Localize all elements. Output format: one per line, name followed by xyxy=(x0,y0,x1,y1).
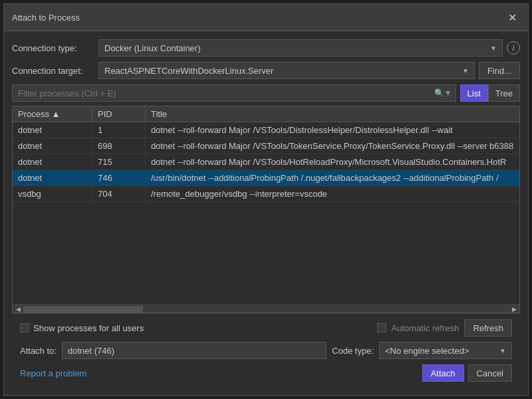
connection-type-label: Connection type: xyxy=(12,43,98,53)
report-problem-link[interactable]: Report a problem xyxy=(20,368,86,378)
auto-refresh-label: Automatic refresh xyxy=(392,323,460,333)
code-type-arrow-icon: ▼ xyxy=(499,347,506,354)
close-button[interactable]: ✕ xyxy=(504,9,520,25)
show-all-users-checkbox[interactable]: Show processes for all users xyxy=(20,323,144,333)
table-header: Process ▲ PID Title xyxy=(13,106,519,122)
auto-refresh-wrap: Automatic refresh Refresh xyxy=(377,319,512,336)
connection-target-dropdown[interactable]: ReactASPNETCoreWithDockerLinux.Server ▼ xyxy=(98,62,475,79)
code-type-value: <No engine selected> xyxy=(385,346,469,356)
filter-input-wrap: 🔍▼ xyxy=(12,84,456,102)
cell-title-3: /usr/bin/dotnet --additionalProbingPath … xyxy=(146,170,519,186)
connection-target-value: ReactASPNETCoreWithDockerLinux.Server xyxy=(104,66,273,76)
search-icon[interactable]: 🔍▼ xyxy=(432,88,455,98)
show-all-users-check-box[interactable] xyxy=(20,323,29,332)
table-row[interactable]: vsdbg 704 /remote_debugger/vsdbg --inter… xyxy=(13,186,519,202)
column-header-title[interactable]: Title xyxy=(146,106,519,122)
cell-pid-0: 1 xyxy=(92,122,146,138)
cell-process-4: vsdbg xyxy=(13,186,92,201)
table-row[interactable]: dotnet 746 /usr/bin/dotnet --additionalP… xyxy=(13,170,519,186)
column-header-pid[interactable]: PID xyxy=(92,106,146,122)
filter-input[interactable] xyxy=(12,84,456,102)
table-row[interactable]: dotnet 698 dotnet --roll-forward Major /… xyxy=(13,138,519,154)
connection-type-value: Docker (Linux Container) xyxy=(104,43,201,53)
bottom-row2: Attach to: Code type: <No engine selecte… xyxy=(20,342,512,359)
cell-title-2: dotnet --roll-forward Major /VSTools/Hot… xyxy=(146,154,519,170)
info-icon[interactable]: i xyxy=(507,41,520,55)
column-header-process[interactable]: Process ▲ xyxy=(13,106,92,122)
cell-title-1: dotnet --roll-forward Major /VSTools/Tok… xyxy=(146,138,519,154)
view-toggle: List Tree xyxy=(460,84,520,102)
cell-pid-2: 715 xyxy=(92,154,146,170)
cell-process-2: dotnet xyxy=(13,154,92,170)
table-body: dotnet 1 dotnet --roll-forward Major /VS… xyxy=(13,122,519,305)
cell-process-3: dotnet xyxy=(13,170,92,186)
connection-type-dropdown[interactable]: Docker (Linux Container) ▼ xyxy=(98,39,503,57)
find-button[interactable]: Find... xyxy=(479,62,520,79)
cell-process-1: dotnet xyxy=(13,138,92,154)
connection-target-wrap: ReactASPNETCoreWithDockerLinux.Server ▼ … xyxy=(98,62,520,79)
bottom-row1: Show processes for all users Automatic r… xyxy=(20,319,512,336)
table-row[interactable]: dotnet 715 dotnet --roll-forward Major /… xyxy=(13,154,519,170)
connection-target-arrow-icon: ▼ xyxy=(462,67,469,74)
filter-row: 🔍▼ List Tree xyxy=(12,84,520,102)
scrollbar-track[interactable] xyxy=(23,306,509,313)
code-type-dropdown[interactable]: <No engine selected> ▼ xyxy=(379,342,512,359)
scrollbar-thumb[interactable] xyxy=(23,306,143,313)
scroll-right-button[interactable]: ▶ xyxy=(509,305,519,313)
dialog: Attach to Process ✕ Connection type: Doc… xyxy=(3,3,529,396)
attach-button[interactable]: Attach xyxy=(422,364,464,382)
cell-pid-4: 704 xyxy=(92,186,146,201)
bottom-bar: Show processes for all users Automatic r… xyxy=(12,313,520,387)
attach-to-label: Attach to: xyxy=(20,346,57,356)
connection-type-arrow-icon: ▼ xyxy=(490,45,497,52)
table-row[interactable]: dotnet 1 dotnet --roll-forward Major /VS… xyxy=(13,122,519,138)
process-table: Process ▲ PID Title dotnet 1 dotnet --ro… xyxy=(12,106,520,313)
show-all-users-label: Show processes for all users xyxy=(33,323,144,333)
cell-pid-3: 746 xyxy=(92,170,146,186)
cell-process-0: dotnet xyxy=(13,122,92,138)
list-view-button[interactable]: List xyxy=(460,84,488,102)
bottom-row3: Report a problem Attach Cancel xyxy=(20,364,512,382)
attach-to-input[interactable] xyxy=(62,342,327,359)
code-type-label: Code type: xyxy=(332,346,374,356)
connection-type-row: Connection type: Docker (Linux Container… xyxy=(12,39,520,57)
cell-pid-1: 698 xyxy=(92,138,146,154)
cell-title-4: /remote_debugger/vsdbg --interpreter=vsc… xyxy=(146,186,519,201)
connection-target-row: Connection target: ReactASPNETCoreWithDo… xyxy=(12,62,520,79)
connection-type-wrap: Docker (Linux Container) ▼ i xyxy=(98,39,520,57)
connection-target-label: Connection target: xyxy=(12,66,98,76)
auto-refresh-checkbox[interactable] xyxy=(377,323,386,332)
dialog-title: Attach to Process xyxy=(12,13,80,23)
tree-view-button[interactable]: Tree xyxy=(488,84,520,102)
cancel-button[interactable]: Cancel xyxy=(468,364,512,382)
scroll-left-button[interactable]: ◀ xyxy=(13,305,23,313)
content-area: Connection type: Docker (Linux Container… xyxy=(4,31,528,395)
title-bar: Attach to Process ✕ xyxy=(4,4,528,31)
action-buttons: Attach Cancel xyxy=(422,364,512,382)
cell-title-0: dotnet --roll-forward Major /VSTools/Dis… xyxy=(146,122,519,138)
horizontal-scrollbar: ◀ ▶ xyxy=(13,305,519,313)
refresh-button[interactable]: Refresh xyxy=(464,319,512,336)
